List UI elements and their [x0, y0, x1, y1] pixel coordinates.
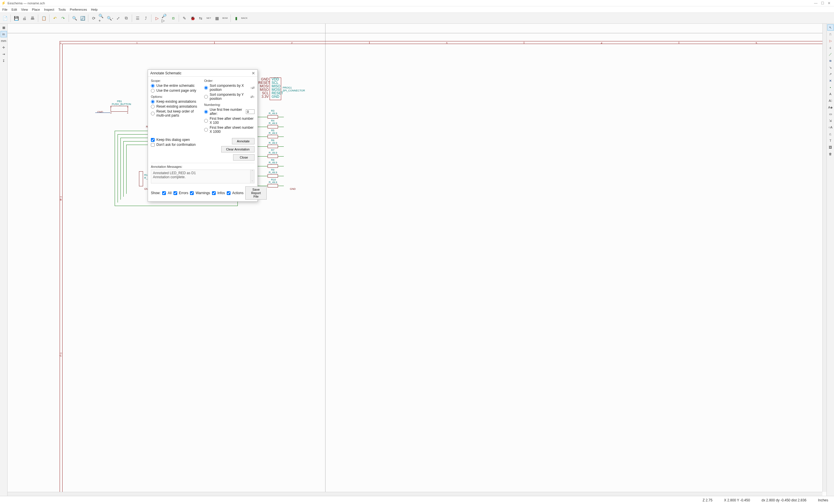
- filter-infos[interactable]: Infos: [212, 191, 225, 195]
- menu-tools[interactable]: Tools: [58, 8, 66, 11]
- maximize-icon[interactable]: ☐: [821, 1, 824, 5]
- filter-warnings[interactable]: Warnings: [190, 191, 210, 195]
- symbol-fields-icon[interactable]: ▦: [213, 15, 221, 22]
- image-icon[interactable]: 🖼: [827, 144, 834, 151]
- grid-icon[interactable]: ▦: [1, 24, 7, 31]
- menu-edit[interactable]: Edit: [12, 8, 17, 11]
- find-replace-icon[interactable]: 🔄: [79, 15, 86, 22]
- junction-icon[interactable]: •: [827, 84, 834, 91]
- menu-place[interactable]: Place: [32, 8, 40, 11]
- order-x-radio[interactable]: Sort components by X position↕⇄: [204, 84, 255, 92]
- scope-entire-radio[interactable]: Use the entire schematic: [151, 84, 201, 88]
- assign-footprints-icon[interactable]: ⇆: [197, 15, 204, 22]
- wire-to-bus-icon[interactable]: ↘: [827, 64, 834, 71]
- scope-page-radio[interactable]: Use the current page only: [151, 89, 201, 93]
- leave-sheet-icon[interactable]: ⤴: [142, 15, 149, 22]
- opt-reset-multi-radio[interactable]: Reset, but keep order of multi-unit part…: [151, 109, 201, 117]
- pcb-icon[interactable]: ▮: [233, 15, 240, 22]
- browse-symbol-icon[interactable]: 🔎▷: [161, 15, 169, 22]
- filter-actions[interactable]: Actions: [227, 191, 244, 195]
- place-bus-icon[interactable]: ≋: [827, 58, 834, 64]
- plot-icon[interactable]: 🖶: [29, 15, 36, 22]
- keep-open-checkbox[interactable]: Keep this dialog open: [151, 138, 221, 142]
- num-sheet100-radio[interactable]: First free after sheet number X 100: [204, 117, 255, 125]
- menu-preferences[interactable]: Preferences: [70, 8, 87, 11]
- select-icon[interactable]: ↖: [827, 24, 834, 31]
- hierarchy-icon[interactable]: ☰: [134, 15, 141, 22]
- minimize-icon[interactable]: —: [814, 1, 817, 5]
- menu-file[interactable]: File: [2, 8, 7, 11]
- units-in-icon[interactable]: in: [1, 31, 7, 37]
- find-icon[interactable]: 🔍: [71, 15, 78, 22]
- filter-errors[interactable]: Errors: [173, 191, 189, 195]
- annotate-icon[interactable]: ✎: [181, 15, 188, 22]
- paste-icon[interactable]: 📋: [40, 15, 47, 22]
- wire: [123, 141, 124, 197]
- save-report-button[interactable]: Save Report File: [245, 186, 267, 200]
- dont-ask-checkbox[interactable]: Don't ask for confirmation: [151, 143, 221, 147]
- hier-pin-icon[interactable]: ○A: [827, 124, 834, 131]
- back-import-icon[interactable]: BACK: [241, 15, 248, 22]
- wire: [278, 186, 284, 186]
- msgbox-scrollbar[interactable]: ˄ ˅: [250, 170, 254, 183]
- global-label-icon[interactable]: A⃞: [827, 97, 834, 104]
- num-sheet1000-radio[interactable]: First free after sheet number X 1000: [204, 125, 255, 134]
- cursor-shape-icon[interactable]: ✛: [1, 44, 7, 51]
- place-symbol-icon[interactable]: ▷: [827, 38, 834, 44]
- pb1-ref: PB1: [117, 100, 122, 103]
- messages-box[interactable]: Annotated LED_RED as D1 Annotation compl…: [151, 169, 255, 183]
- undo-icon[interactable]: ↶: [51, 15, 59, 22]
- poly-line-icon[interactable]: ⎌: [827, 131, 834, 137]
- erc-icon[interactable]: 🐞: [189, 15, 196, 22]
- zoom-selection-icon[interactable]: ⧉: [123, 15, 130, 22]
- text-icon[interactable]: T: [827, 137, 834, 144]
- hier-sheet-icon[interactable]: ▭: [827, 111, 834, 117]
- import-hier-icon[interactable]: ⇲: [827, 117, 834, 124]
- bus-to-bus-icon[interactable]: ↗: [827, 71, 834, 77]
- zoom-fit-icon[interactable]: ⤢: [114, 15, 122, 22]
- hier-label-icon[interactable]: A◈: [827, 104, 834, 111]
- refresh-icon[interactable]: ⟳: [90, 15, 97, 22]
- annotate-dialog: Annotate Schematic ✕ Scope: Use the enti…: [148, 69, 258, 202]
- spi-left-nets: GND RESET MOSI MISO SCL 3.3V: [258, 77, 270, 98]
- clear-annotation-button[interactable]: Clear Annotation: [221, 146, 255, 153]
- symbol-editor-icon[interactable]: ▷: [153, 15, 161, 22]
- menu-help[interactable]: Help: [91, 8, 97, 11]
- close-window-icon[interactable]: ✕: [828, 1, 831, 5]
- num-first-after-radio[interactable]: Use first free number after:: [204, 108, 255, 116]
- new-schematic-icon[interactable]: 📄: [1, 15, 9, 22]
- order-y-radio[interactable]: Sort components by Y position⇄↕: [204, 93, 255, 101]
- redo-icon[interactable]: ↷: [59, 15, 67, 22]
- ruler-mark: 5: [679, 42, 827, 44]
- filter-all[interactable]: All: [162, 191, 171, 195]
- delete-icon[interactable]: 🗑: [827, 151, 834, 157]
- wire: [120, 138, 121, 200]
- vertical-scrollbar[interactable]: [822, 24, 827, 492]
- resistor-body: [268, 135, 278, 138]
- print-icon[interactable]: 🖨: [21, 15, 28, 22]
- close-button[interactable]: Close: [233, 154, 255, 161]
- netlist-icon[interactable]: NET: [205, 15, 213, 22]
- menu-inspect[interactable]: Inspect: [44, 8, 54, 11]
- place-wire-icon[interactable]: ／: [827, 51, 834, 57]
- menu-view[interactable]: View: [21, 8, 28, 11]
- highlight-net-icon[interactable]: ⎍: [827, 31, 834, 37]
- zoom-in-icon[interactable]: 🔍+: [98, 15, 106, 22]
- hidden-pins-icon[interactable]: ⇥: [1, 51, 7, 57]
- dialog-close-icon[interactable]: ✕: [251, 71, 255, 75]
- save-icon[interactable]: 💾: [13, 15, 20, 22]
- footprint-editor-icon[interactable]: ⧈: [169, 15, 177, 22]
- annotate-button[interactable]: Annotate: [232, 138, 255, 144]
- net-label-icon[interactable]: A: [827, 91, 834, 97]
- num-first-after-input[interactable]: [246, 109, 255, 114]
- horizontal-scrollbar[interactable]: [7, 492, 822, 496]
- zoom-out-icon[interactable]: 🔍-: [106, 15, 114, 22]
- bus-direction-icon[interactable]: ↧: [1, 58, 7, 64]
- canvas[interactable]: 1 2 3 4 5 A B C PB1 PUSH_BUTTON 1 3 2 4 …: [7, 24, 827, 496]
- units-mm-icon[interactable]: mm: [1, 38, 7, 44]
- bom-icon[interactable]: BOM: [221, 15, 229, 22]
- opt-reset-radio[interactable]: Reset existing annotations: [151, 105, 201, 109]
- place-power-icon[interactable]: ⏚: [827, 44, 834, 51]
- opt-keep-radio[interactable]: Keep existing annotations: [151, 99, 201, 104]
- no-connect-icon[interactable]: ✕: [827, 77, 834, 84]
